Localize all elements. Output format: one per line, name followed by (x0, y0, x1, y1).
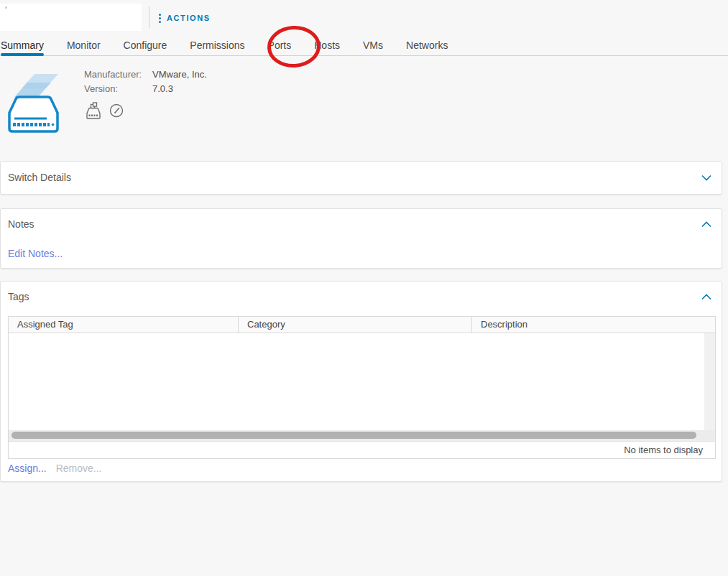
tab-vms[interactable]: VMs (363, 34, 383, 55)
redaction-artifact (5, 6, 7, 9)
tab-label: Summary (1, 40, 44, 51)
tags-table-footer: No items to display (9, 441, 715, 458)
tags-table-header: Assigned Tag Category Description (9, 317, 715, 333)
edit-notes-link[interactable]: Edit Notes... (8, 248, 63, 259)
entity-meta: Manufacturer: VMware, Inc. Version: 7.0.… (84, 67, 207, 96)
chevron-up-icon (701, 221, 711, 228)
related-objects-icon[interactable] (85, 101, 102, 120)
vsphere-summary-page: { "colors": { "accent": "#0079b8", "link… (0, 0, 728, 576)
switch-details-title: Switch Details (8, 162, 71, 194)
manufacturer-label: Manufacturer: (84, 69, 152, 80)
switch-details-expand-button[interactable] (701, 172, 712, 183)
kebab-menu-icon (159, 14, 161, 23)
vertical-scrollbar-track[interactable] (704, 333, 715, 430)
tab-label: VMs (363, 40, 383, 51)
notes-title: Notes (8, 218, 34, 230)
tab-ports[interactable]: Ports (268, 34, 292, 55)
assign-tag-link[interactable]: Assign... (8, 463, 47, 474)
actions-button-label: ACTIONS (167, 14, 211, 22)
badge-icons (85, 101, 124, 120)
tab-label: Monitor (67, 40, 101, 51)
tags-actions: Assign... Remove... (8, 463, 102, 474)
notes-collapse-button[interactable] (701, 218, 712, 230)
version-value: 7.0.3 (152, 83, 173, 94)
tags-section: Tags Assigned Tag Category Description N… (0, 281, 722, 482)
manufacturer-row: Manufacturer: VMware, Inc. (84, 67, 207, 81)
actions-button[interactable]: ACTIONS (159, 9, 211, 27)
column-header-description[interactable]: Description (472, 317, 715, 333)
distributed-switch-icon (6, 68, 62, 136)
tab-permissions[interactable]: Permissions (190, 34, 244, 55)
version-label: Version: (84, 83, 152, 94)
topbar-divider (149, 6, 149, 28)
chevron-up-icon (701, 294, 711, 300)
tab-configure[interactable]: Configure (124, 34, 167, 55)
performance-gauge-icon[interactable] (109, 103, 124, 119)
version-row: Version: 7.0.3 (84, 81, 207, 96)
tab-hosts[interactable]: Hosts (314, 34, 340, 55)
tab-label: Permissions (190, 40, 244, 51)
tab-summary[interactable]: Summary (1, 34, 44, 55)
remove-tag-link-disabled[interactable]: Remove... (56, 463, 102, 474)
topbar: ACTIONS (0, 0, 728, 34)
empty-message: No items to display (624, 445, 703, 455)
tab-networks[interactable]: Networks (406, 34, 448, 55)
column-header-assigned-tag[interactable]: Assigned Tag (9, 317, 239, 333)
horizontal-scrollbar-thumb[interactable] (11, 432, 696, 439)
tab-monitor[interactable]: Monitor (67, 34, 101, 55)
chevron-down-icon (701, 175, 711, 181)
tab-label: Hosts (314, 40, 340, 51)
tab-label: Configure (124, 40, 167, 51)
notes-section: Notes Edit Notes... (0, 208, 722, 269)
horizontal-scrollbar (9, 430, 715, 441)
tab-bar: Summary Monitor Configure Permissions Po… (0, 34, 728, 56)
column-header-category[interactable]: Category (239, 317, 472, 333)
tags-table-body-empty (9, 333, 715, 430)
manufacturer-value: VMware, Inc. (152, 69, 207, 80)
tags-collapse-button[interactable] (701, 291, 712, 302)
switch-details-section[interactable]: Switch Details (0, 161, 722, 195)
tags-table: Assigned Tag Category Description No ite… (8, 316, 716, 459)
tab-label: Ports (268, 40, 292, 51)
entity-name-redacted (0, 4, 142, 31)
tab-label: Networks (406, 40, 448, 51)
tags-title: Tags (8, 291, 29, 302)
summary-header: Manufacturer: VMware, Inc. Version: 7.0.… (0, 57, 728, 161)
